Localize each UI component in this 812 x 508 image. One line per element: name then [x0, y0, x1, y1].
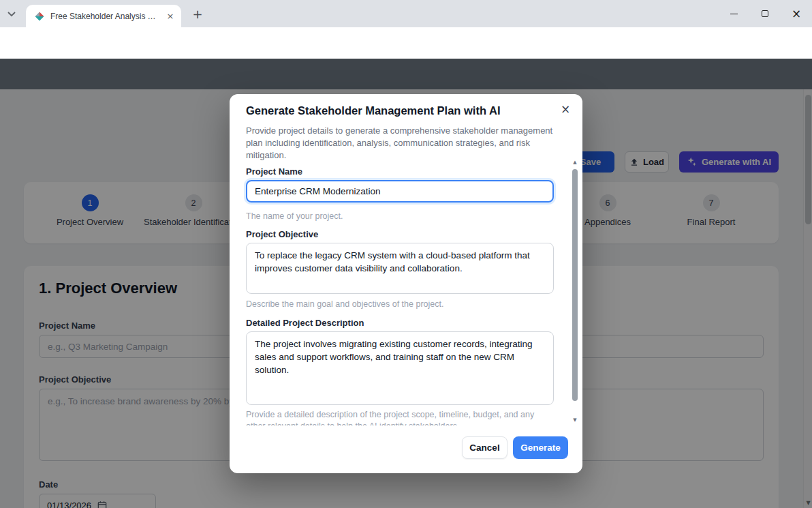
dialog-scrollbar[interactable]: ▲ ▼ [572, 157, 578, 425]
cancel-button[interactable]: Cancel [462, 436, 507, 459]
modal-detailed-description-label: Detailed Project Description [246, 318, 364, 328]
dialog-scrollbar-thumb[interactable] [572, 169, 578, 401]
dialog-scroll-area: Project Name The name of your project. P… [230, 157, 582, 425]
modal-detailed-description-textarea[interactable]: The project involves migrating existing … [246, 331, 554, 405]
tab-close-icon[interactable]: × [165, 11, 176, 22]
app-header: Stakeholder Management Tool Powered by V… [0, 59, 812, 89]
window-close-button[interactable]: × [781, 0, 812, 27]
window-controls: × [718, 0, 812, 27]
generate-plan-dialog: Generate Stakeholder Management Plan wit… [230, 94, 582, 473]
tab-search-chevron-icon[interactable] [5, 8, 18, 21]
dialog-title: Generate Stakeholder Management Plan wit… [246, 104, 500, 117]
modal-project-objective-textarea[interactable]: To replace the legacy CRM system with a … [246, 243, 554, 294]
modal-project-objective-label: Project Objective [246, 229, 318, 239]
modal-project-name-input[interactable] [246, 180, 554, 203]
dialog-subtitle: Provide project details to generate a co… [246, 125, 562, 162]
modal-detailed-description-help: Provide a detailed description of the pr… [246, 409, 554, 425]
generate-button[interactable]: Generate [513, 436, 568, 459]
new-tab-button[interactable]: + [189, 5, 206, 22]
browser-window: Free Stakeholder Analysis Tool × + × [0, 0, 812, 508]
dialog-close-icon[interactable]: × [559, 102, 572, 116]
window-minimize-button[interactable] [718, 0, 749, 27]
scroll-down-arrow-icon[interactable]: ▼ [572, 417, 578, 423]
tab-strip: Free Stakeholder Analysis Tool × + × [0, 0, 812, 27]
tab-title: Free Stakeholder Analysis Tool [50, 12, 159, 21]
tab-favicon-icon [34, 11, 45, 22]
window-maximize-button[interactable] [749, 0, 781, 27]
modal-project-objective-help: Describe the main goal and objectives of… [246, 299, 443, 310]
browser-tab[interactable]: Free Stakeholder Analysis Tool × [26, 5, 181, 27]
modal-project-name-label: Project Name [246, 166, 302, 177]
browser-navbar: ai-toolbox.visual-paradigm.com/app/stake… [0, 27, 812, 59]
scroll-up-arrow-icon[interactable]: ▲ [572, 160, 578, 165]
modal-project-name-help: The name of your project. [246, 211, 343, 222]
